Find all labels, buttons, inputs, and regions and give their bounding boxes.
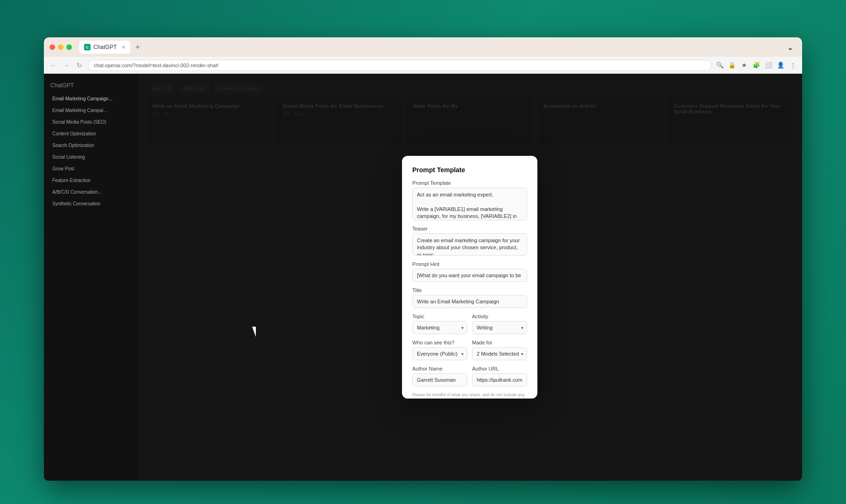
back-button[interactable]: ← bbox=[49, 61, 58, 70]
who-can-see-section: Who can see this? Everyone (Public) Only… bbox=[412, 340, 467, 360]
url-text: chat.openai.com/?model=text-davinci-002-… bbox=[94, 63, 219, 68]
author-url-section: Author URL bbox=[472, 366, 527, 386]
author-url-input[interactable] bbox=[472, 373, 527, 386]
author-name-input[interactable] bbox=[412, 373, 467, 386]
lock-icon[interactable]: 🔒 bbox=[727, 61, 737, 70]
sidebar-item-2[interactable]: Social Media Posts (SEO) bbox=[46, 117, 135, 127]
sidebar-item-6[interactable]: Grow Post bbox=[46, 163, 135, 174]
who-can-see-select-wrapper: Everyone (Public) Only Me Team bbox=[412, 347, 467, 360]
visibility-models-row: Who can see this? Everyone (Public) Only… bbox=[412, 340, 527, 360]
new-tab-button[interactable]: + bbox=[132, 42, 143, 53]
sidebar-item-9[interactable]: Synthetic Conversation bbox=[46, 198, 135, 209]
activity-section: Activity Writing Analysis Research Desig… bbox=[472, 314, 527, 334]
star-icon[interactable]: ★ bbox=[740, 61, 749, 70]
modal-dialog: Prompt Template Prompt Template Teaser bbox=[402, 156, 537, 399]
browser-titlebar: C ChatGPT ✕ + ⌄ bbox=[44, 37, 802, 57]
forward-button[interactable]: → bbox=[62, 61, 71, 70]
profile-icon[interactable]: 👤 bbox=[776, 61, 785, 70]
title-label: Title bbox=[412, 287, 527, 293]
window-menu-icon[interactable]: ⌄ bbox=[787, 43, 797, 52]
prompt-template-label: Prompt Template bbox=[412, 180, 527, 186]
address-bar-row: ← → ↻ chat.openai.com/?model=text-davinc… bbox=[44, 57, 802, 74]
made-for-label: Made for bbox=[472, 340, 527, 345]
minimize-button[interactable] bbox=[58, 44, 63, 50]
prompt-template-section: Prompt Template bbox=[412, 180, 527, 220]
browser-tab[interactable]: C ChatGPT ✕ bbox=[79, 41, 130, 54]
made-for-select-wrapper: 2 Models Selected GPT-3.5 GPT-4 bbox=[472, 347, 527, 360]
address-field[interactable]: chat.openai.com/?model=text-davinci-002-… bbox=[88, 60, 712, 71]
browser-actions: 🔍 🔒 ★ 🧩 ⬜ 👤 ⋮ bbox=[715, 61, 797, 70]
topic-label: Topic bbox=[412, 314, 467, 319]
sidebar-item-3[interactable]: Content Optimization bbox=[46, 128, 135, 139]
close-button[interactable] bbox=[49, 44, 55, 50]
author-name-label: Author Name bbox=[412, 366, 467, 371]
prompt-hint-label: Prompt Hint bbox=[412, 261, 527, 267]
who-can-see-label: Who can see this? bbox=[412, 340, 467, 345]
search-icon[interactable]: 🔍 bbox=[715, 61, 725, 70]
made-for-select[interactable]: 2 Models Selected GPT-3.5 GPT-4 bbox=[472, 347, 527, 360]
made-for-section: Made for 2 Models Selected GPT-3.5 GPT-4 bbox=[472, 340, 527, 360]
tab-bar: C ChatGPT ✕ + bbox=[79, 41, 783, 54]
teaser-textarea[interactable] bbox=[412, 233, 527, 256]
who-can-see-select[interactable]: Everyone (Public) Only Me Team bbox=[412, 347, 467, 360]
sidebar-item-8[interactable]: A/B/C/D Conversation... bbox=[46, 187, 135, 197]
author-name-section: Author Name bbox=[412, 366, 467, 386]
prompt-template-textarea[interactable] bbox=[412, 188, 527, 220]
title-input[interactable] bbox=[412, 295, 527, 308]
topic-select[interactable]: Marketing Technology Business Writing bbox=[412, 321, 467, 334]
sidebar-app-name: ChatGPT bbox=[44, 78, 137, 92]
disclaimer-text: Please be mindful of what you share, and… bbox=[412, 392, 527, 399]
topic-section: Topic Marketing Technology Business Writ… bbox=[412, 314, 467, 334]
teaser-label: Teaser bbox=[412, 226, 527, 231]
author-url-label: Author URL bbox=[472, 366, 527, 371]
modal-title: Prompt Template bbox=[412, 166, 527, 174]
extensions-icon[interactable]: 🧩 bbox=[752, 61, 761, 70]
sidebar-item-5[interactable]: Social Listening bbox=[46, 152, 135, 162]
activity-select-wrapper: Writing Analysis Research Design bbox=[472, 321, 527, 334]
prompt-hint-input[interactable] bbox=[412, 269, 527, 282]
sidebar-item-7[interactable]: Feature Extraction bbox=[46, 175, 135, 186]
cast-icon[interactable]: ⬜ bbox=[764, 61, 773, 70]
sidebar-item-1[interactable]: Email Marketing Campai... bbox=[46, 105, 135, 116]
modal-overlay: Prompt Template Prompt Template Teaser bbox=[137, 74, 802, 481]
modal-header-section: Prompt Template bbox=[412, 166, 527, 175]
traffic-lights bbox=[49, 44, 72, 50]
author-row: Author Name Author URL bbox=[412, 366, 527, 386]
browser-content: ChatGPT Email Marketing Campaign... Emai… bbox=[44, 74, 802, 481]
menu-icon[interactable]: ⋮ bbox=[788, 61, 797, 70]
sidebar: ChatGPT Email Marketing Campaign... Emai… bbox=[44, 74, 137, 481]
title-section: Title bbox=[412, 287, 527, 308]
maximize-button[interactable] bbox=[66, 44, 72, 50]
teaser-section: Teaser bbox=[412, 226, 527, 256]
browser-window: C ChatGPT ✕ + ⌄ ← → ↻ chat.openai.com/?m… bbox=[44, 37, 802, 481]
tab-label: ChatGPT bbox=[93, 44, 117, 50]
activity-label: Activity bbox=[472, 314, 527, 319]
tab-close-icon[interactable]: ✕ bbox=[121, 44, 126, 50]
activity-select[interactable]: Writing Analysis Research Design bbox=[472, 321, 527, 334]
main-content: Topic: All Activity: All Model: Not spec… bbox=[137, 74, 802, 481]
sidebar-item-4[interactable]: Search Optimization bbox=[46, 140, 135, 151]
topic-activity-row: Topic Marketing Technology Business Writ… bbox=[412, 314, 527, 334]
refresh-button[interactable]: ↻ bbox=[75, 61, 84, 70]
prompt-hint-section: Prompt Hint bbox=[412, 261, 527, 282]
tab-favicon: C bbox=[84, 44, 91, 50]
sidebar-item-0[interactable]: Email Marketing Campaign... bbox=[46, 93, 135, 104]
topic-select-wrapper: Marketing Technology Business Writing bbox=[412, 321, 467, 334]
